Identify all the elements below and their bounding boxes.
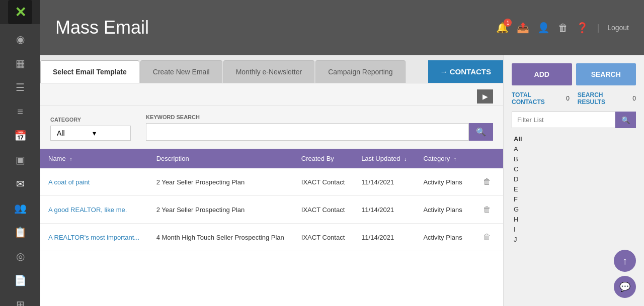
page-title: Mass Email [55,17,149,38]
notification-badge: 1 [504,19,512,27]
table-row: A coat of paint 2 Year Seller Prospectin… [40,168,503,196]
user-icon[interactable]: 👤 [537,22,550,34]
list-icon[interactable]: ☰ [5,76,35,98]
alpha-item[interactable]: I [512,225,636,234]
play-icon: ▶ [482,92,488,100]
keyword-input[interactable] [146,123,469,141]
table-header-row: Name ↑ Description Created By [40,149,503,168]
last-updated-cell: 11/14/2021 [353,168,415,196]
play-button[interactable]: ▶ [477,89,493,104]
name-link[interactable]: A REALTOR's most important... [48,234,139,241]
chevron-down-icon: ▾ [93,129,124,137]
alpha-item[interactable]: G [512,205,636,214]
alpha-item[interactable]: All [512,134,636,144]
main-panel: ▶ CATEGORY All ▾ KEYWORD SEARCH [40,83,503,306]
filter-list-row: 🔍 [512,112,636,128]
category-cell: Activity Plans [415,168,470,196]
last-updated-sort-icon: ↓ [404,156,407,162]
name-sort-icon: ↑ [69,156,72,162]
upload-icon[interactable]: 📤 [517,22,529,34]
header-actions: 🔔 1 📤 👤 🗑 ❓ | Logout [496,22,629,34]
action-cell: 🗑 [471,196,503,224]
alpha-item[interactable]: D [512,174,636,184]
keyword-filter-group: KEYWORD SEARCH 🔍 [146,114,493,141]
name-cell: A coat of paint [40,168,148,196]
trash-icon[interactable]: 🗑 [558,22,568,34]
table-icon[interactable]: ⊞ [5,293,35,306]
action-cell: 🗑 [471,224,503,251]
dashboard-icon[interactable]: ◉ [5,28,35,50]
calendar-icon[interactable]: 📅 [5,125,35,147]
table-row: A REALTOR's most important... 4 Month Hi… [40,224,503,251]
created-by-cell: IXACT Contact [293,224,353,251]
name-link[interactable]: A good REALTOR, like me. [48,206,127,214]
tab-create-new[interactable]: Create New Email [140,60,222,83]
alpha-item[interactable]: H [512,215,636,224]
last-updated-cell: 11/14/2021 [353,196,415,224]
category-label: CATEGORY [50,117,131,123]
contact-card-icon[interactable]: 📋 [5,221,35,243]
last-updated-cell: 11/14/2021 [353,224,415,251]
col-name[interactable]: Name ↑ [40,149,148,168]
help-icon[interactable]: ❓ [576,22,589,34]
search-results-stat: SEARCH RESULTS 0 [578,91,636,106]
search-results-value: 0 [632,95,636,102]
category-filter-group: CATEGORY All ▾ [50,117,131,141]
scroll-up-button[interactable]: ↑ [614,250,636,272]
email-table: Name ↑ Description Created By [40,149,503,251]
bullet-list-icon[interactable]: ≡ [5,100,35,123]
grid-icon[interactable]: ▦ [5,52,35,74]
image-icon[interactable]: ▣ [5,149,35,171]
total-contacts-stat: TOTAL CONTACTS 0 [512,91,570,106]
col-category[interactable]: Category ↑ [415,149,470,168]
document-icon[interactable]: 📄 [5,269,35,291]
contacts-group-icon[interactable]: 👥 [5,197,35,219]
filter-row: CATEGORY All ▾ KEYWORD SEARCH 🔍 [40,106,503,149]
tab-monthly-newsletter[interactable]: Monthly e-Newsletter [223,60,315,83]
logout-button[interactable]: Logout [607,24,629,32]
keyword-label: KEYWORD SEARCH [146,114,493,120]
chat-button[interactable]: 💬 [614,276,636,298]
total-contacts-label: TOTAL CONTACTS [512,91,564,106]
alpha-item[interactable]: E [512,184,636,194]
alpha-item[interactable]: B [512,154,636,164]
alpha-item[interactable]: J [512,235,636,244]
sidebar-nav: ◉ ▦ ☰ ≡ 📅 ▣ ✉ 👥 📋 ◎ 📄 ⊞ [0,24,40,306]
col-last-updated[interactable]: Last Updated ↓ [353,149,415,168]
notification-icon[interactable]: 🔔 1 [496,22,509,34]
col-created-by[interactable]: Created By [293,149,353,168]
logo-symbol: ✕ [15,4,26,21]
category-sort-icon: ↑ [454,156,457,162]
tab-campaign-reporting[interactable]: Campaign Reporting [315,60,405,83]
keyword-search-button[interactable]: 🔍 [469,123,493,141]
col-description[interactable]: Description [148,149,293,168]
category-cell: Activity Plans [415,224,470,251]
alpha-item[interactable]: F [512,194,636,204]
tab-select-template[interactable]: Select Email Template [40,60,139,83]
delete-button[interactable]: 🗑 [479,175,495,188]
search-contacts-button[interactable]: SEARCH [576,63,636,85]
delete-button[interactable]: 🗑 [479,203,495,216]
created-by-cell: IXACT Contact [293,168,353,196]
left-content: Select Email Template Create New Email M… [40,55,503,306]
alpha-item[interactable]: C [512,164,636,174]
tab-bar: Select Email Template Create New Email M… [40,55,503,83]
filter-list-search-button[interactable]: 🔍 [615,112,636,128]
alpha-list: AllABCDEFGHIJK [512,134,636,244]
stats-row: TOTAL CONTACTS 0 SEARCH RESULTS 0 [512,91,636,106]
delete-button[interactable]: 🗑 [479,231,495,244]
sidebar: ✕ ◉ ▦ ☰ ≡ 📅 ▣ ✉ 👥 📋 ◎ 📄 ⊞ [0,0,40,306]
contacts-button[interactable]: → CONTACTS [428,60,503,83]
app-logo[interactable]: ✕ [8,0,32,24]
reports-icon[interactable]: ◎ [5,245,35,267]
col-actions [471,149,503,168]
right-bottom-buttons: ↑ 💬 [512,250,636,298]
email-icon[interactable]: ✉ [5,173,35,195]
alpha-item[interactable]: A [512,144,636,154]
name-link[interactable]: A coat of paint [48,178,90,186]
filter-list-input[interactable] [512,112,615,128]
main-area: Mass Email 🔔 1 📤 👤 🗑 ❓ | Logout Select E… [40,0,644,306]
category-select[interactable]: All ▾ [50,126,131,141]
table-row: A good REALTOR, like me. 2 Year Seller P… [40,196,503,224]
add-button[interactable]: ADD [512,63,572,85]
